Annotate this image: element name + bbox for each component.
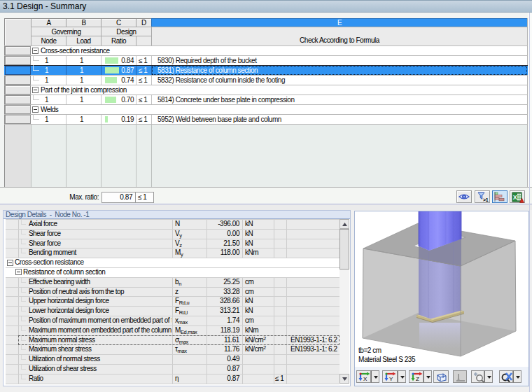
svg-text:X: X [513, 194, 517, 201]
svg-text:Z: Z [416, 376, 419, 382]
svg-text:X: X [363, 376, 368, 382]
svg-text:>1: >1 [483, 197, 489, 202]
svg-text:Y: Y [389, 376, 393, 382]
